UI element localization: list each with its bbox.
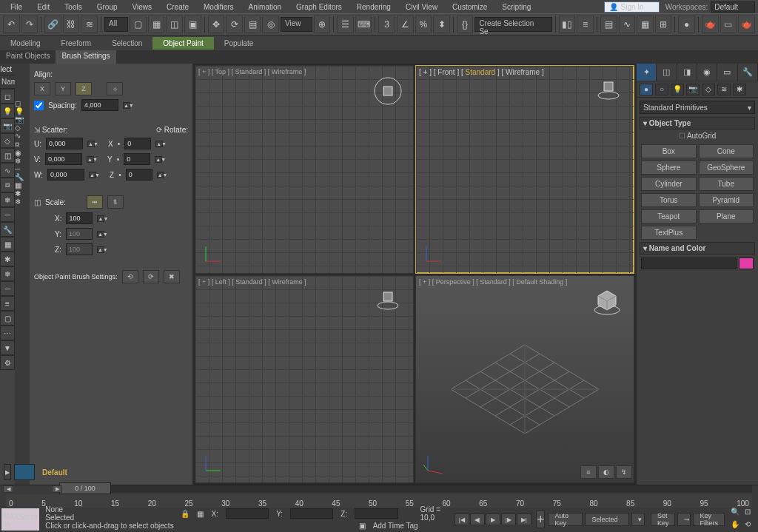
vp-persp-label[interactable]: [ + ] [ Perspective ] [ Standard ] [ Def…	[419, 278, 567, 286]
disp8-icon[interactable]: ❄	[15, 157, 30, 165]
menu-rendering[interactable]: Rendering	[349, 1, 398, 13]
disp6-icon[interactable]: ⧈	[15, 140, 30, 149]
goto-end[interactable]: ▶|	[517, 514, 531, 525]
play-button[interactable]: ▶	[486, 514, 500, 525]
rx-spinner[interactable]: ▲▼	[155, 141, 163, 147]
maxscript-listener[interactable]: MAXScript Mi:	[1, 508, 39, 531]
coord-y[interactable]	[290, 508, 333, 519]
tag-icon[interactable]: ▣	[359, 522, 366, 530]
align-button[interactable]: ≡	[577, 16, 594, 33]
obj-torus[interactable]: Torus	[641, 193, 697, 207]
spacewarps-icon[interactable]: ≋	[717, 84, 731, 95]
menu-scripting[interactable]: Scripting	[494, 1, 538, 13]
addtimetag[interactable]: Add Time Tag	[373, 522, 418, 530]
rollout-objecttype[interactable]: ▾ Object Type	[640, 117, 755, 129]
rotate-y[interactable]: 0	[124, 153, 150, 165]
rotate-x[interactable]: 0	[124, 138, 151, 149]
time-slider-track[interactable]: 0 / 100	[59, 485, 752, 493]
coord-x[interactable]	[226, 508, 269, 519]
brush-opt3[interactable]: ✖	[164, 270, 180, 283]
signin-button[interactable]: 👤Sign In	[604, 1, 660, 13]
camera-icon[interactable]: 📷	[0, 118, 15, 133]
geometry-icon[interactable]: ●	[640, 84, 653, 95]
workspace-value[interactable]: Default	[711, 1, 755, 13]
obj-box[interactable]: Box	[641, 144, 697, 158]
color-swatch[interactable]	[739, 257, 754, 269]
next-frame[interactable]: |▶	[501, 514, 516, 525]
vp-top-label[interactable]: [ + ] [ Top ] [ Standard ] [ Wireframe ]	[198, 68, 306, 75]
viewport-perspective[interactable]: [ + ] [ Perspective ] [ Standard ] [ Def…	[415, 275, 634, 484]
obj-geosphere[interactable]: GeoSphere	[699, 161, 754, 175]
time-slider[interactable]: 0 / 100	[59, 482, 111, 494]
display-tab[interactable]: ▭	[717, 64, 737, 81]
obj-cylinder[interactable]: Cylinder	[641, 177, 697, 191]
viewport-left[interactable]: [ + ] [ Left ] [ Standard ] [ Wireframe …	[195, 275, 414, 484]
vp-left-label[interactable]: [ + ] [ Left ] [ Standard ] [ Wireframe …	[198, 278, 306, 286]
bind-button[interactable]: ≋	[81, 16, 98, 33]
spinner-snap-button[interactable]: ⬍	[433, 16, 450, 33]
obj-teapot[interactable]: Teapot	[641, 209, 697, 223]
disp3-icon[interactable]: 📷	[15, 115, 30, 124]
mirror-button[interactable]: ▮▯	[559, 16, 576, 33]
helpers-icon[interactable]: ◇	[702, 84, 715, 95]
brush-opt1[interactable]: ⟲	[122, 270, 138, 283]
disp7-icon[interactable]: ◉	[15, 149, 30, 157]
snap-button[interactable]: 3	[378, 16, 395, 33]
ry-spinner[interactable]: ▲▼	[155, 156, 162, 163]
orbit-icon[interactable]: ⟲	[745, 520, 758, 532]
viewcube-top[interactable]	[373, 76, 403, 106]
viewcube-left[interactable]	[373, 286, 403, 316]
layer-color-icon[interactable]	[14, 464, 35, 480]
track-right[interactable]: ▶	[52, 485, 62, 493]
obj-plane[interactable]: Plane	[699, 209, 754, 223]
layer-btn3[interactable]: ↯	[616, 465, 632, 479]
scale-x[interactable]: 100	[66, 212, 93, 224]
move-button[interactable]: ✥	[208, 16, 225, 33]
snow-icon[interactable]: ❄	[0, 192, 15, 207]
spacing-checkbox[interactable]	[34, 101, 44, 110]
manip-button[interactable]: ☰	[337, 16, 354, 33]
ribbon-populate[interactable]: Populate	[214, 37, 264, 50]
named-selection[interactable]: Create Selection Se	[474, 17, 551, 32]
dope-sheet-button[interactable]: ▦	[637, 16, 654, 33]
scatter-u[interactable]: 0,000	[46, 138, 83, 149]
obj-pyramid[interactable]: Pyramid	[699, 193, 754, 207]
render-frame-button[interactable]: ▭	[720, 16, 737, 33]
list-icon[interactable]: ≡	[0, 296, 15, 311]
menu-create[interactable]: Create	[159, 1, 196, 13]
zoom-all-icon[interactable]: ⊡	[745, 508, 758, 519]
percent-snap-button[interactable]: %	[415, 16, 432, 33]
ribbon-freeform[interactable]: Freeform	[51, 37, 102, 50]
prev-frame[interactable]: ◀|	[470, 514, 485, 525]
subtab-brushsettings[interactable]: Brush Settings	[56, 50, 115, 64]
menu-customize[interactable]: Customize	[445, 1, 494, 13]
star-icon[interactable]: ✱	[0, 252, 15, 266]
disp10-icon[interactable]: ▦	[15, 181, 30, 189]
placement-button[interactable]: ◎	[262, 16, 279, 33]
more-icon[interactable]: ⋯	[0, 326, 15, 340]
obj-sphere[interactable]: Sphere	[641, 161, 697, 175]
subtab-paintobjects[interactable]: Paint Objects	[0, 50, 56, 64]
funnel-icon[interactable]: ▼	[0, 340, 15, 355]
object-name-input[interactable]	[641, 257, 737, 269]
keymode-dropdown[interactable]: Selected	[585, 513, 628, 526]
expand-icon[interactable]: ▶	[4, 464, 11, 480]
obj-tube[interactable]: Tube	[699, 177, 754, 191]
obj-cone[interactable]: Cone	[699, 144, 754, 158]
gear-icon[interactable]: ⚙	[0, 355, 15, 370]
brush-opt2[interactable]: ⟳	[143, 270, 159, 283]
spacing-value[interactable]: 4,000	[81, 99, 118, 111]
primitive-dropdown[interactable]: Standard Primitives▾	[640, 101, 755, 114]
coord-z[interactable]	[355, 508, 398, 519]
axis-y[interactable]: Y	[55, 82, 71, 95]
viewcube-front[interactable]	[594, 76, 623, 106]
spacing-spinner[interactable]: ▲▼	[123, 102, 130, 109]
menu-views[interactable]: Views	[125, 1, 160, 13]
rz-spinner[interactable]: ▲▼	[157, 172, 164, 178]
obj-textplus[interactable]: TextPlus	[641, 226, 697, 240]
select-button[interactable]: ▢	[130, 16, 147, 33]
curve-editor-button[interactable]: ∿	[619, 16, 636, 33]
pivot-button[interactable]: ⊕	[314, 16, 331, 33]
window-crossing-button[interactable]: ▣	[184, 16, 201, 33]
menu-edit[interactable]: Edit	[30, 1, 57, 13]
